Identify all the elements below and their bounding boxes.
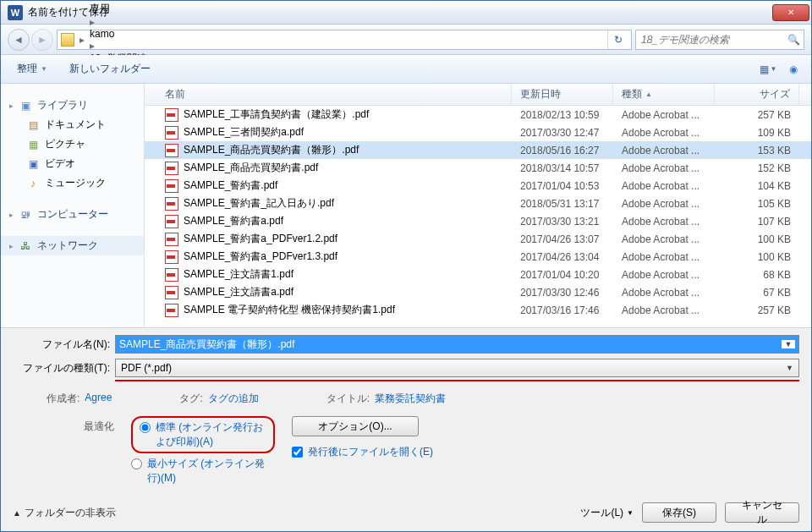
- pdf-icon: [165, 215, 178, 228]
- file-date: 2017/01/04 10:20: [512, 269, 613, 281]
- file-row[interactable]: SAMPLE_誓約書_記入日あり.pdf2018/05/31 13:17Adob…: [145, 195, 811, 212]
- pdf-icon: [165, 126, 178, 140]
- pdf-icon: [165, 233, 178, 246]
- search-input[interactable]: [636, 34, 783, 46]
- filename-label: ファイル名(N):: [13, 337, 110, 352]
- highlight-underline: [115, 380, 799, 381]
- file-type: Adobe Acrobat ...: [613, 109, 715, 121]
- cancel-button[interactable]: キャンセル: [725, 502, 799, 523]
- tag-label: タグ:: [179, 392, 202, 406]
- network-icon: 🖧: [19, 239, 32, 253]
- col-size[interactable]: サイズ: [715, 84, 799, 105]
- chevron-right-icon: ▸: [90, 16, 95, 28]
- optimize-minimum-radio[interactable]: 最小サイズ (オンライン発行)(M): [131, 457, 275, 485]
- file-row[interactable]: SAMPLE_商品売買契約書.pdf2018/03/14 10:57Adobe …: [145, 159, 811, 177]
- breadcrumb-item[interactable]: kamo: [90, 28, 201, 40]
- chevron-down-icon[interactable]: ▼: [786, 364, 793, 372]
- nav-pane: ▸▣ライブラリ ▤ドキュメント ▦ピクチャ ▣ビデオ ♪ミュージック ▸🖳コンピ…: [1, 84, 145, 327]
- file-row[interactable]: SAMPLE_誓約書a_PDFver1.3.pdf2017/04/26 13:0…: [145, 248, 811, 266]
- file-name: SAMPLE_誓約書_記入日あり.pdf: [184, 196, 334, 211]
- save-button[interactable]: 保存(S): [642, 502, 716, 523]
- optimize-standard-radio[interactable]: 標準 (オンライン発行および印刷)(A): [131, 416, 275, 453]
- chevron-up-icon: ▲: [13, 508, 21, 518]
- chevron-down-icon: ▼: [627, 509, 634, 517]
- file-row[interactable]: SAMPLE_注文請書a.pdf2017/03/30 12:46Adobe Ac…: [145, 283, 811, 301]
- tools-button[interactable]: ツール(L) ▼: [580, 506, 634, 520]
- col-name[interactable]: 名前: [156, 84, 512, 105]
- refresh-button[interactable]: ↻: [607, 30, 628, 49]
- open-after-checkbox[interactable]: 発行後にファイルを開く(E): [292, 445, 433, 459]
- file-name: SAMPLE_工事請負契約書（建設業）.pdf: [184, 107, 369, 122]
- close-button[interactable]: ✕: [772, 4, 809, 21]
- help-icon[interactable]: ◉: [782, 60, 804, 79]
- chevron-down-icon[interactable]: ▼: [782, 340, 795, 348]
- col-date[interactable]: 更新日時: [512, 84, 613, 105]
- file-date: 2017/04/26 13:07: [512, 233, 613, 245]
- file-row[interactable]: SAMPLE_誓約書a.pdf2017/03/30 13:21Adobe Acr…: [145, 212, 811, 230]
- file-row[interactable]: SAMPLE_注文請書1.pdf2017/01/04 10:20Adobe Ac…: [145, 266, 811, 283]
- pdf-icon: [165, 304, 178, 317]
- search-box[interactable]: 🔍: [635, 30, 804, 50]
- col-type[interactable]: 種類▲: [613, 84, 715, 105]
- file-type: Adobe Acrobat ...: [613, 145, 715, 156]
- author-value[interactable]: Agree: [85, 392, 112, 406]
- nav-network[interactable]: ▸🖧ネットワーク: [1, 236, 144, 255]
- file-name: SAMPLE_誓約書a_PDFver1.3.pdf: [184, 250, 337, 264]
- file-size: 153 KB: [715, 145, 799, 156]
- file-type: Adobe Acrobat ...: [613, 198, 715, 210]
- file-name: SAMPLE_誓約書.pdf: [184, 178, 277, 193]
- documents-icon: ▤: [26, 118, 40, 132]
- pictures-icon: ▦: [26, 138, 40, 151]
- file-size: 100 KB: [715, 251, 799, 263]
- file-name: SAMPLE_誓約書a_PDFver1.2.pdf: [184, 232, 337, 246]
- file-size: 67 KB: [715, 287, 799, 299]
- filetype-combo[interactable]: PDF (*.pdf) ▼: [115, 359, 799, 377]
- nav-music[interactable]: ♪ミュージック: [1, 173, 144, 193]
- file-row[interactable]: SAMPLE_誓約書a_PDFver1.2.pdf2017/04/26 13:0…: [145, 230, 811, 248]
- file-size: 68 KB: [715, 269, 799, 281]
- organize-button[interactable]: 整理 ▼: [8, 59, 57, 80]
- file-row[interactable]: SAMPLE 電子契約特化型 機密保持契約書1.pdf2017/03/16 17…: [145, 301, 811, 319]
- column-headers: 名前 更新日時 種類▲ サイズ: [145, 84, 811, 106]
- nav-back-button[interactable]: ◄: [8, 29, 30, 51]
- file-size: 100 KB: [715, 233, 799, 245]
- breadcrumb[interactable]: ▸ 電子契約サービス推進室 ▸ 専用 ▸ kamo ▸ 10_営業関連 ▸ 18…: [57, 30, 632, 50]
- nav-videos[interactable]: ▣ビデオ: [1, 154, 144, 173]
- folder-icon: [61, 33, 74, 47]
- file-row[interactable]: SAMPLE_工事請負契約書（建設業）.pdf2018/02/13 10:59A…: [145, 106, 811, 123]
- word-icon: W: [8, 5, 23, 20]
- file-size: 257 KB: [715, 109, 799, 121]
- file-date: 2017/04/26 13:04: [512, 251, 613, 263]
- file-date: 2018/03/14 10:57: [512, 162, 613, 174]
- view-button[interactable]: ▦▼: [757, 60, 779, 79]
- file-date: 2018/02/13 10:59: [512, 109, 613, 121]
- pdf-icon: [165, 179, 178, 193]
- file-row[interactable]: SAMPLE_誓約書.pdf2017/01/04 10:53Adobe Acro…: [145, 177, 811, 195]
- file-type: Adobe Acrobat ...: [613, 162, 715, 174]
- file-row[interactable]: SAMPLE_商品売買契約書（雛形）.pdf2018/05/16 16:27Ad…: [145, 141, 811, 159]
- file-name: SAMPLE 電子契約特化型 機密保持契約書1.pdf: [184, 303, 395, 317]
- new-folder-button[interactable]: 新しいフォルダー: [60, 59, 160, 80]
- file-list: 名前 更新日時 種類▲ サイズ SAMPLE_工事請負契約書（建設業）.pdf2…: [145, 84, 811, 327]
- breadcrumb-item[interactable]: 専用: [90, 2, 201, 16]
- file-row[interactable]: SAMPLE_三者間契約a.pdf2017/03/30 12:47Adobe A…: [145, 123, 811, 141]
- file-size: 104 KB: [715, 180, 799, 192]
- options-button[interactable]: オプション(O)...: [292, 416, 419, 436]
- nav-documents[interactable]: ▤ドキュメント: [1, 115, 144, 134]
- file-date: 2018/05/16 16:27: [512, 145, 613, 156]
- videos-icon: ▣: [26, 157, 40, 171]
- nav-libraries[interactable]: ▸▣ライブラリ: [1, 96, 144, 115]
- tag-value[interactable]: タグの追加: [208, 392, 259, 406]
- nav-forward-button[interactable]: ►: [31, 29, 53, 51]
- file-name: SAMPLE_商品売買契約書.pdf: [184, 161, 318, 175]
- optimize-label: 最適化: [47, 416, 114, 434]
- hide-folders-button[interactable]: ▲ フォルダーの非表示: [13, 506, 116, 520]
- nav-computer[interactable]: ▸🖳コンピューター: [1, 205, 144, 224]
- title-value[interactable]: 業務委託契約書: [375, 392, 446, 406]
- file-name: SAMPLE_注文請書a.pdf: [184, 285, 294, 299]
- music-icon: ♪: [26, 177, 40, 190]
- file-date: 2018/05/31 13:17: [512, 198, 613, 210]
- filename-input[interactable]: SAMPLE_商品売買契約書（雛形）.pdf ▼: [115, 335, 799, 354]
- chevron-right-icon: ▸: [90, 40, 95, 52]
- nav-pictures[interactable]: ▦ピクチャ: [1, 134, 144, 154]
